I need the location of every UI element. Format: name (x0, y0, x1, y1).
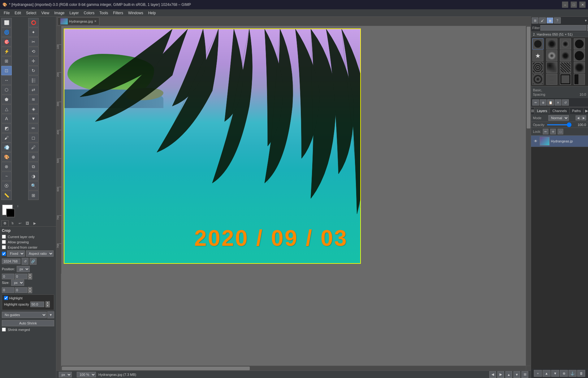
tool-align[interactable]: ⊞ (1, 56, 12, 66)
current-layer-only-checkbox[interactable] (2, 235, 6, 239)
unit-select[interactable]: px (59, 372, 72, 377)
fixed-select[interactable]: Fixed (7, 250, 25, 257)
tool-dodge-burn[interactable]: ◑ (28, 172, 39, 181)
tool-color-picker[interactable]: ⦿ (1, 181, 12, 190)
tab-tool-options[interactable]: ⚙ (1, 220, 9, 226)
tool-3d-transform[interactable]: △ (1, 104, 12, 114)
brush-copy-btn[interactable]: 📋 (547, 99, 554, 106)
position-y-input[interactable] (15, 274, 27, 279)
menu-colors[interactable]: Colors (81, 10, 97, 16)
tool-scissors[interactable]: ✂ (28, 37, 39, 46)
right-btn-active[interactable]: ▣ (547, 17, 553, 24)
lock-pixels-btn[interactable]: ✏ (543, 129, 548, 134)
brush-item-12[interactable] (574, 62, 585, 73)
tab-channels[interactable]: Channels (550, 108, 569, 114)
tool-pencil[interactable]: ✏ (28, 124, 39, 133)
size-value-input[interactable] (2, 259, 20, 264)
horizontal-scrollbar[interactable] (61, 366, 531, 371)
tool-handle-transform[interactable]: ◈ (28, 104, 39, 114)
brush-item-9[interactable] (532, 62, 543, 73)
right-btn-grid[interactable]: ⊞ (532, 17, 538, 24)
zoom-select[interactable]: 100 % (77, 372, 96, 377)
brush-item-4[interactable] (574, 38, 585, 50)
layer-visibility-icon[interactable]: 👁 (533, 138, 538, 144)
tab-device-status[interactable]: 🖱 (9, 220, 16, 226)
tool-paintbrush[interactable]: 🖌 (1, 133, 12, 142)
tool-cage[interactable]: ⬟ (1, 95, 12, 104)
image-tab-hydrangeas[interactable]: Hydrangeas.jpg ✕ (58, 17, 99, 25)
brush-item-11[interactable] (560, 62, 571, 73)
horizontal-scroll-thumb[interactable] (62, 367, 250, 370)
tool-mypaint[interactable]: 🎨 (1, 152, 12, 162)
fixed-checkbox[interactable] (2, 252, 6, 256)
vertical-scroll-thumb[interactable] (527, 27, 530, 128)
brush-item-6[interactable] (546, 50, 557, 61)
layers-expand-icon[interactable]: ▶ (584, 107, 588, 114)
brush-refresh-btn[interactable]: ↺ (562, 99, 569, 106)
canvas-container[interactable]: 100 200 300 400 500 600 700 800 900 1000 (56, 26, 531, 371)
layer-delete-btn[interactable]: 🗑 (577, 370, 585, 377)
size-reset-btn[interactable]: ↺ (22, 258, 28, 265)
mode-prev[interactable]: ◀ (576, 115, 581, 120)
menu-edit[interactable]: Edit (12, 10, 24, 16)
right-panel-menu[interactable]: ▼ (584, 19, 587, 22)
tool-foreground-select[interactable]: ⚡ (1, 47, 12, 56)
tool-smudge[interactable]: ~ (1, 172, 12, 181)
tool-clone[interactable]: ⊕ (28, 152, 39, 162)
mode-next[interactable]: ▶ (581, 115, 586, 120)
menu-file[interactable]: File (1, 10, 12, 16)
brush-item-8[interactable] (574, 50, 585, 61)
tool-bucket-fill[interactable]: ▼ (28, 114, 39, 123)
layer-lower-btn[interactable]: ▼ (551, 370, 559, 377)
menu-help[interactable]: Help (146, 10, 158, 16)
lock-move-btn[interactable]: ✛ (550, 129, 556, 134)
tool-by-color[interactable]: 🎯 (1, 37, 12, 46)
tab-paths[interactable]: Paths (570, 108, 584, 114)
tool-ellipse-select[interactable]: ⭕ (28, 18, 39, 27)
minimize-button[interactable]: – (562, 2, 568, 8)
size-x-input[interactable] (2, 287, 14, 293)
position-up[interactable]: ▲ (28, 273, 32, 276)
mode-select[interactable]: Normal (548, 115, 569, 121)
position-down[interactable]: ▼ (28, 276, 32, 280)
brush-edit-btn[interactable]: ✏ (532, 99, 539, 106)
layer-duplicate-btn[interactable]: ⊕ (560, 370, 568, 377)
tool-gradient[interactable]: ◩ (1, 124, 12, 133)
tab-layers[interactable]: Layers (534, 108, 550, 114)
tool-text[interactable]: A (1, 114, 12, 123)
menu-windows[interactable]: Windows (126, 10, 146, 16)
layers-tab-icon-grid[interactable]: ⊞ (531, 107, 534, 114)
lock-alpha-btn[interactable]: □ (558, 129, 563, 134)
swap-colors[interactable]: ↕ (17, 204, 19, 208)
auto-shrink-button[interactable]: Auto Shrink (2, 320, 54, 326)
size-chain-btn[interactable]: 🔗 (30, 258, 37, 265)
tool-shear[interactable]: ⬱ (28, 76, 39, 85)
brush-item-3[interactable] (560, 38, 571, 50)
nav-down[interactable]: ▼ (513, 371, 520, 378)
tool-perspective[interactable]: ⬡ (1, 85, 12, 94)
tool-flip[interactable]: ⇄ (28, 85, 39, 94)
shrink-merged-checkbox[interactable] (2, 328, 6, 332)
canvas-scroll[interactable]: 2020 / 09 / 03 (61, 26, 531, 366)
brush-item-16[interactable] (574, 74, 585, 85)
guides-select[interactable]: No guides (2, 312, 47, 318)
tool-move[interactable]: ✛ (28, 56, 39, 66)
position-unit-select[interactable]: px (17, 266, 30, 272)
layer-new-btn[interactable]: + (534, 370, 542, 377)
size-down[interactable]: ▼ (28, 290, 32, 293)
tab-undo-history[interactable]: ↩ (16, 220, 24, 226)
tool-free-select[interactable]: 🌀 (1, 28, 12, 37)
tab-images[interactable]: 🖼 (24, 220, 31, 226)
nav-up[interactable]: ▲ (505, 371, 512, 378)
tool-rect-select[interactable]: ⬜ (1, 18, 12, 27)
tool-measure[interactable]: 📏 (1, 191, 12, 200)
position-x-input[interactable] (2, 274, 14, 279)
menu-tools[interactable]: Tools (97, 10, 110, 16)
menu-image[interactable]: Image (52, 10, 67, 16)
tab-close-icon[interactable]: ✕ (94, 20, 97, 23)
tool-fuzzy-select[interactable]: ✦ (28, 28, 39, 37)
tool-ink[interactable]: 🖋 (28, 143, 39, 152)
size-up[interactable]: ▲ (28, 287, 32, 290)
highlight-opacity-input[interactable] (30, 302, 44, 307)
tool-crop[interactable]: ⊡ (1, 66, 12, 75)
